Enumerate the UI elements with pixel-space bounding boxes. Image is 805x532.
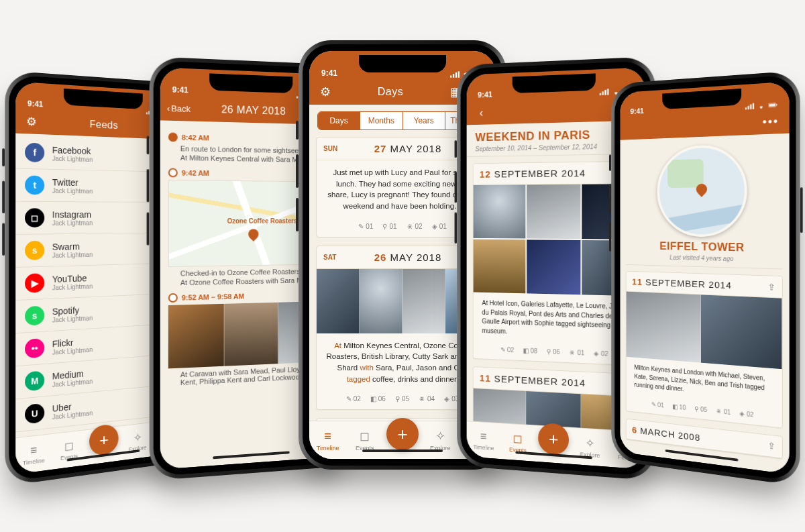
svg-rect-28 [745,107,747,109]
places-stat: ⚲01 [382,223,396,230]
svg-rect-29 [748,106,749,109]
feed-sub: Jack Lightman [52,219,93,227]
svg-rect-15 [453,74,454,77]
feed-icon: U [25,403,44,425]
svg-rect-17 [458,71,460,77]
compass-icon: ✧ [133,431,142,445]
add-button[interactable]: + [538,423,569,456]
seg-months[interactable]: Months [360,112,402,129]
feed-icon: s [25,241,44,260]
day-of-week: SUN [323,145,342,152]
timeline-icon: ≡ [30,443,37,457]
feed-icon: t [25,175,44,195]
feed-icon: s [25,306,44,326]
phone-showcase: 9:41 ⚙ Feeds fFacebookJack LightmantTwit… [0,0,805,532]
svg-rect-16 [455,72,457,78]
feed-icon: •• [25,338,44,359]
place-subtitle: Last visited 4 years ago [620,253,789,264]
chevron-left-icon: ‹ [167,103,170,113]
feed-name: Medium [52,368,93,381]
seg-days[interactable]: Days [318,112,360,129]
photo-thumb[interactable] [224,303,278,366]
pin-icon: ⚲ [382,223,387,230]
svg-rect-23 [604,90,606,95]
feed-name: Uber [52,399,93,413]
svg-rect-7 [297,97,298,99]
feed-name: YouTube [52,272,93,284]
feed-icon: M [25,370,44,391]
feed-name: Web Feed [52,429,111,437]
svg-rect-22 [602,91,604,95]
feed-icon: ▶ [25,273,44,293]
notes-stat: ✎01 [358,223,373,230]
feed-name: Flickr [52,336,93,349]
page-title: Feeds [40,116,163,133]
seg-years[interactable]: Years [402,112,445,129]
svg-rect-0 [146,112,148,114]
tab-timeline[interactable]: ≡Timeline [470,429,498,451]
timeline-dot [168,168,178,178]
feed-sub: Jack Lightman [52,314,93,323]
pencil-icon: ✎ [358,223,364,230]
feed-icon: ⋋ [25,435,44,437]
people-stat: ⛯02 [407,223,423,230]
feed-name: Facebook [52,144,93,156]
chevron-left-icon[interactable]: ‹ [473,106,490,119]
more-icon[interactable]: ••• [763,115,779,129]
feed-icon: f [25,143,44,163]
add-button[interactable]: + [386,418,419,450]
person-icon: ⛯ [419,395,425,403]
tab-timeline[interactable]: ≡Timeline [19,441,49,466]
map-label: Ozone Coffee Roasters [227,217,297,225]
svg-rect-24 [607,89,608,95]
bookmark-icon: ◻ [64,439,74,454]
page-title: Days [335,86,446,98]
feed-name: Instagram [52,209,93,219]
tab-timeline[interactable]: ≡Timeline [313,429,343,451]
svg-rect-31 [753,103,754,109]
day-card[interactable]: 6 MARCH 2008 ⇪ [626,418,783,459]
pin-icon: ⚲ [395,395,400,403]
tag-icon: ◈ [444,395,449,403]
feed-sub: Jack Lightman [52,378,93,388]
gear-icon[interactable]: ⚙ [316,85,335,99]
photo-thumb[interactable] [168,304,224,369]
page-title: 26 MAY 2018 [191,103,315,118]
share-icon[interactable]: ⇪ [767,281,775,292]
tab-explore[interactable]: ✧Explore [425,429,455,451]
feed-sub: Jack Lightman [52,155,93,163]
share-icon[interactable]: ⇪ [767,440,775,451]
phone-place: 9:41 ••• EIFFEL TOWER Last visited 4 yea… [617,77,794,478]
back-button[interactable]: ‹Back [167,103,191,114]
tab-explore[interactable]: ✧Explore [575,435,605,460]
timeline-dot [168,132,178,142]
feed-sub: Jack Lightman [52,282,93,291]
pencil-icon: ✎ [346,395,352,403]
camera-icon: ◧ [370,395,376,403]
svg-rect-30 [750,104,751,109]
feed-name: Swarm [52,241,93,252]
feed-sub: Jack Lightman [52,346,93,356]
tab-events[interactable]: ◻Events [54,437,83,462]
tag-icon: ◈ [432,223,437,230]
tab-events[interactable]: ◻Events [350,429,380,451]
timeline-dot [168,293,178,303]
tags-stat: ◈01 [432,223,447,230]
photo-thumb[interactable] [627,292,701,363]
svg-rect-21 [600,93,601,95]
feed-name: Spotify [52,305,93,317]
place-map[interactable] [657,144,747,237]
svg-rect-34 [776,104,777,105]
day-card[interactable]: 11 SEPTEMBER 2014 ⇪ Milton Keynes and Lo… [626,271,783,428]
person-icon: ⛯ [407,223,413,230]
feed-icon: ◻ [25,208,44,227]
feed-sub: Jack Lightman [52,409,93,421]
svg-rect-14 [450,76,451,78]
add-button[interactable]: + [89,423,118,456]
gear-icon[interactable]: ⚙ [22,114,40,129]
feed-name: Twitter [52,177,93,188]
feed-sub: Jack Lightman [52,187,93,195]
svg-rect-33 [769,104,775,107]
feed-sub: Jack Lightman [52,251,93,259]
